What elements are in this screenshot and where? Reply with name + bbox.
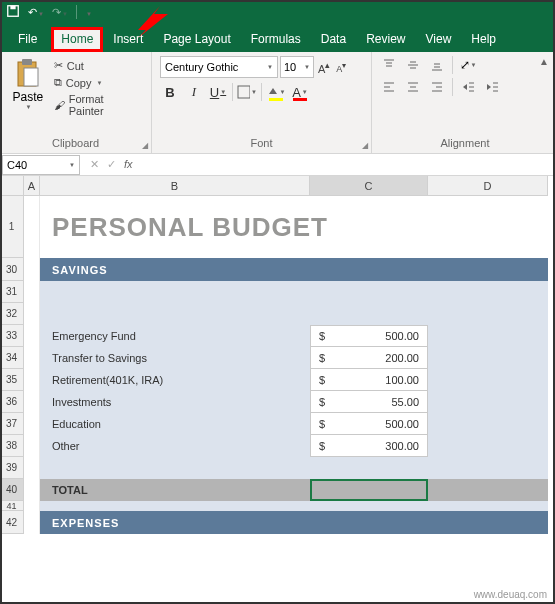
font-size-value: 10 xyxy=(284,61,296,73)
blank-row[interactable] xyxy=(40,457,548,479)
name-box-value: C40 xyxy=(7,159,27,171)
align-bottom-icon[interactable] xyxy=(428,56,446,74)
font-color-button[interactable]: A▼ xyxy=(290,82,310,102)
row-header[interactable]: 31 xyxy=(0,281,24,303)
align-top-icon[interactable] xyxy=(380,56,398,74)
row-header[interactable]: 30 xyxy=(0,258,24,281)
row-header[interactable]: 37 xyxy=(0,413,24,435)
col-header-c[interactable]: C xyxy=(310,176,428,196)
brush-icon: 🖌 xyxy=(54,99,65,111)
item-value-cell[interactable]: $200.00 xyxy=(310,347,428,369)
blank-row[interactable] xyxy=(40,501,548,511)
align-center-icon[interactable] xyxy=(404,78,422,96)
select-all-corner[interactable] xyxy=(0,176,24,196)
table-row[interactable]: Transfer to Savings $200.00 xyxy=(40,347,548,369)
scissors-icon: ✂ xyxy=(54,59,63,72)
font-group: Century Gothic▼ 10▼ A▴ A▾ B I U▼ ▼ ▼ A▼ … xyxy=(152,52,372,153)
row-header[interactable]: 35 xyxy=(0,369,24,391)
row-header[interactable]: 32 xyxy=(0,303,24,325)
blank-row[interactable] xyxy=(40,281,548,303)
item-value-cell[interactable]: $100.00 xyxy=(310,369,428,391)
font-name-select[interactable]: Century Gothic▼ xyxy=(160,56,278,78)
row-header[interactable]: 38 xyxy=(0,435,24,457)
column-a-cells[interactable] xyxy=(24,196,40,534)
item-value-cell[interactable]: $500.00 xyxy=(310,325,428,347)
watermark: www.deuaq.com xyxy=(474,589,547,600)
column-headers: A B C D xyxy=(24,176,548,196)
undo-icon[interactable]: ↶▼ xyxy=(28,6,44,19)
active-cell[interactable] xyxy=(310,479,428,501)
row-header[interactable]: 36 xyxy=(0,391,24,413)
ribbon: ▲ Paste ▼ ✂Cut ⧉Copy ▼ 🖌Format Painter C… xyxy=(0,52,555,154)
table-row[interactable]: Education $500.00 xyxy=(40,413,548,435)
font-dialog-launcher-icon[interactable]: ◢ xyxy=(362,141,368,150)
copy-button[interactable]: ⧉Copy ▼ xyxy=(52,75,143,90)
quick-access-toolbar: ↶▼ ↷▼ ▼ xyxy=(0,0,555,24)
expenses-header[interactable]: EXPENSES xyxy=(40,511,548,534)
tab-insert[interactable]: Insert xyxy=(103,27,153,52)
font-size-select[interactable]: 10▼ xyxy=(280,56,314,78)
increase-font-icon[interactable]: A▴ xyxy=(316,59,332,75)
tab-review[interactable]: Review xyxy=(356,27,415,52)
col-header-d[interactable]: D xyxy=(428,176,548,196)
item-value-cell[interactable]: $300.00 xyxy=(310,435,428,457)
name-box[interactable]: C40▼ xyxy=(2,155,80,175)
decrease-font-icon[interactable]: A▾ xyxy=(334,61,348,74)
underline-button[interactable]: U▼ xyxy=(208,82,228,102)
enter-formula-icon[interactable]: ✓ xyxy=(107,158,116,171)
tab-view[interactable]: View xyxy=(416,27,462,52)
italic-button[interactable]: I xyxy=(184,82,204,102)
paste-button[interactable]: Paste ▼ xyxy=(8,56,48,118)
item-value-cell[interactable]: $55.00 xyxy=(310,391,428,413)
font-group-label: Font xyxy=(160,137,363,151)
tab-formulas[interactable]: Formulas xyxy=(241,27,311,52)
increase-indent-icon[interactable] xyxy=(483,78,501,96)
format-painter-button[interactable]: 🖌Format Painter xyxy=(52,92,143,118)
table-row[interactable]: Emergency Fund $500.00 xyxy=(40,325,548,347)
borders-button[interactable]: ▼ xyxy=(237,82,257,102)
cancel-formula-icon[interactable]: ✕ xyxy=(90,158,99,171)
font-name-value: Century Gothic xyxy=(165,61,238,73)
qat-separator xyxy=(76,5,77,19)
row-header[interactable]: 40 xyxy=(0,479,24,501)
table-row[interactable]: Retirement(401K, IRA) $100.00 xyxy=(40,369,548,391)
blank-row[interactable] xyxy=(40,303,548,325)
paste-dropdown-icon[interactable]: ▼ xyxy=(25,104,31,110)
col-header-a[interactable]: A xyxy=(24,176,40,196)
row-header[interactable]: 34 xyxy=(0,347,24,369)
tab-help[interactable]: Help xyxy=(461,27,506,52)
align-left-icon[interactable] xyxy=(380,78,398,96)
table-row[interactable]: Other $300.00 xyxy=(40,435,548,457)
paste-label: Paste xyxy=(13,90,44,104)
fill-color-button[interactable]: ▼ xyxy=(266,82,286,102)
save-icon[interactable] xyxy=(6,4,20,20)
tab-file[interactable]: File xyxy=(4,27,51,52)
redo-icon[interactable]: ↷▼ xyxy=(52,6,68,19)
item-label: Retirement(401K, IRA) xyxy=(40,374,310,386)
svg-rect-1 xyxy=(10,6,15,10)
savings-header[interactable]: SAVINGS xyxy=(40,258,548,281)
bold-button[interactable]: B xyxy=(160,82,180,102)
align-right-icon[interactable] xyxy=(428,78,446,96)
col-header-b[interactable]: B xyxy=(40,176,310,196)
row-header[interactable]: 39 xyxy=(0,457,24,479)
table-row[interactable]: Investments $55.00 xyxy=(40,391,548,413)
clipboard-dialog-launcher-icon[interactable]: ◢ xyxy=(142,141,148,150)
tab-page-layout[interactable]: Page Layout xyxy=(153,27,240,52)
item-label: Other xyxy=(40,440,310,452)
row-header[interactable]: 42 xyxy=(0,511,24,534)
row-header[interactable]: 33 xyxy=(0,325,24,347)
total-row[interactable]: TOTAL xyxy=(40,479,548,501)
orientation-icon[interactable]: ⤢▼ xyxy=(459,56,477,74)
qat-customize-icon[interactable]: ▼ xyxy=(85,6,92,18)
fx-icon[interactable]: fx xyxy=(124,158,133,171)
tab-home[interactable]: Home xyxy=(51,27,103,52)
row-header[interactable]: 1 xyxy=(0,196,24,258)
align-middle-icon[interactable] xyxy=(404,56,422,74)
tab-data[interactable]: Data xyxy=(311,27,356,52)
decrease-indent-icon[interactable] xyxy=(459,78,477,96)
cut-button[interactable]: ✂Cut xyxy=(52,58,143,73)
item-value-cell[interactable]: $500.00 xyxy=(310,413,428,435)
title-row[interactable]: PERSONAL BUDGET xyxy=(40,196,548,258)
row-header[interactable]: 41 xyxy=(0,501,24,511)
